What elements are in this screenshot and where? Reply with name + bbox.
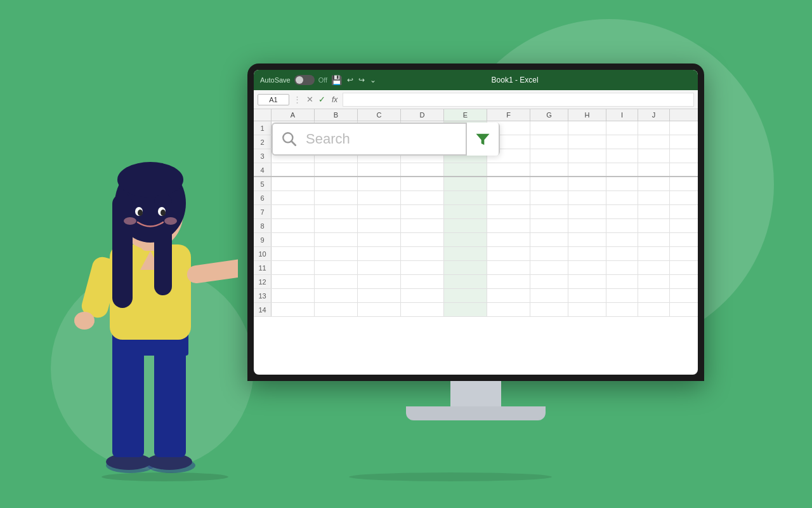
table-row: 6: [254, 191, 698, 205]
cell-reference-input[interactable]: [258, 94, 289, 105]
table-row: 8: [254, 219, 698, 233]
row-num-header: [254, 109, 272, 121]
autosave-label: AutoSave: [260, 76, 291, 84]
row-number: 9: [254, 233, 272, 246]
row-number: 8: [254, 219, 272, 232]
titlebar-icons: 💾 ↩ ↪ ⌄: [331, 75, 376, 85]
confirm-icon[interactable]: ✓: [318, 95, 325, 104]
spreadsheet-body: Search 1: [254, 121, 698, 375]
svg-rect-17: [112, 194, 133, 308]
table-row: 10: [254, 247, 698, 261]
svg-point-21: [138, 210, 143, 216]
excel-titlebar: AutoSave Off 💾 ↩ ↪ ⌄ Book1 - Excel: [254, 70, 698, 90]
table-row: 13: [254, 289, 698, 303]
more-icon[interactable]: ⌄: [370, 76, 376, 84]
row-number: 4: [254, 163, 272, 176]
table-row: 4: [254, 163, 698, 177]
person-shadow: [102, 472, 228, 481]
search-icon-wrapper: [273, 131, 306, 147]
row-number: 7: [254, 205, 272, 218]
autosave-toggle[interactable]: [294, 75, 315, 85]
cancel-icon[interactable]: ✕: [306, 95, 313, 104]
monitor-shadow: [349, 472, 552, 481]
table-row: 12: [254, 275, 698, 289]
col-header-e: E: [444, 109, 487, 121]
svg-marker-27: [476, 134, 490, 145]
svg-point-16: [117, 162, 183, 197]
col-header-j: J: [638, 109, 670, 121]
col-header-a: A: [272, 109, 315, 121]
svg-point-12: [74, 312, 95, 330]
redo-icon[interactable]: ↪: [358, 76, 365, 84]
table-row: 5: [254, 177, 698, 191]
row-number: 10: [254, 247, 272, 260]
col-header-d: D: [401, 109, 444, 121]
monitor-screen: AutoSave Off 💾 ↩ ↪ ⌄ Book1 - Excel: [254, 70, 698, 375]
svg-point-22: [160, 210, 166, 216]
toggle-knob: [296, 76, 303, 84]
col-header-i: I: [606, 109, 638, 121]
row-number: 2: [254, 135, 272, 149]
row-number: 12: [254, 275, 272, 288]
fx-label: fx: [332, 95, 337, 104]
row-number: 11: [254, 261, 272, 274]
col-header-h: H: [568, 109, 606, 121]
cell-j1[interactable]: [638, 121, 670, 135]
toggle-state-label: Off: [318, 76, 327, 84]
col-header-b: B: [315, 109, 358, 121]
svg-point-24: [164, 217, 177, 225]
svg-point-23: [124, 217, 136, 225]
svg-rect-9: [186, 256, 238, 284]
row-number: 1: [254, 121, 272, 135]
person-illustration: [60, 105, 238, 473]
search-icon: [281, 131, 298, 147]
formula-input[interactable]: [343, 93, 694, 107]
row-number: 13: [254, 289, 272, 302]
filter-button[interactable]: [466, 123, 499, 156]
column-headers: A B C D E F G H I J: [254, 109, 698, 121]
row-number: 5: [254, 177, 272, 190]
save-icon[interactable]: 💾: [331, 75, 342, 85]
cell-h1[interactable]: [568, 121, 606, 135]
formula-separator: ⋮: [293, 95, 301, 104]
excel-title: Book1 - Excel: [492, 76, 539, 84]
formula-bar: ⋮ ✕ ✓ fx: [254, 90, 698, 109]
search-placeholder: Search: [306, 131, 350, 147]
search-input[interactable]: Search: [306, 131, 466, 147]
cell-i1[interactable]: [606, 121, 638, 135]
row-number: 14: [254, 303, 272, 316]
monitor: AutoSave Off 💾 ↩ ↪ ⌄ Book1 - Excel: [247, 64, 704, 420]
col-header-c: C: [358, 109, 401, 121]
monitor-base: [406, 406, 546, 420]
cell-g1[interactable]: [530, 121, 568, 135]
search-widget[interactable]: Search: [272, 123, 500, 156]
row-number: 3: [254, 149, 272, 163]
row-number: 6: [254, 191, 272, 204]
table-row: 7: [254, 205, 698, 219]
filter-icon: [474, 130, 492, 148]
monitor-screen-border: AutoSave Off 💾 ↩ ↪ ⌄ Book1 - Excel: [247, 64, 704, 381]
svg-line-26: [292, 142, 296, 145]
titlebar-left: AutoSave Off 💾 ↩ ↪ ⌄: [260, 75, 376, 85]
table-row: 9: [254, 233, 698, 247]
col-header-g: G: [530, 109, 568, 121]
monitor-neck: [450, 381, 501, 406]
undo-icon[interactable]: ↩: [347, 76, 353, 84]
table-row: 11: [254, 261, 698, 275]
table-row: 14: [254, 303, 698, 317]
col-header-f: F: [487, 109, 530, 121]
